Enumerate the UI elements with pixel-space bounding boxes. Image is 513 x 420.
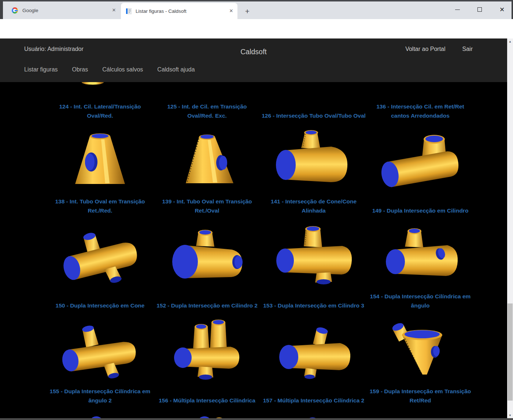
figure-link-150[interactable]: 150 - Dupla Intersecção em Cone <box>48 292 152 310</box>
figure-item-136: 136 - Intersecção Cil. em Ret/Ret cantos… <box>368 102 472 192</box>
figure-image-152[interactable] <box>155 318 259 382</box>
figure-label: 139 - Int. Tubo Oval em Transição Ret./O… <box>155 197 259 215</box>
figure-link-153[interactable]: 153 - Dupla Intersecção em Cilindro 3 <box>262 292 366 310</box>
figure-label: 150 - Dupla Intersecção em Cone <box>56 301 145 310</box>
figure-label: 154 - Dupla Intersecção Cilíndrica em ân… <box>368 292 472 310</box>
figure-item-156: 156 - Múltipla Intersecção Cilíndrica <box>155 387 259 418</box>
figure-link-152[interactable]: 152 - Dupla Intersecção em Cilindro 2 <box>155 292 259 310</box>
tab-strip: Google ✕ Listar figuras - Caldsoft ✕ + ✕ <box>0 0 513 19</box>
header-links: Voltar ao Portal Sair <box>405 46 473 52</box>
figure-label: 141 - Intersecção de Cone/Cone Alinhada <box>262 197 366 215</box>
figure-image-150[interactable] <box>48 318 152 382</box>
window-frame-top <box>0 0 513 1</box>
site-header: Usuário: Administrador Caldsoft Voltar a… <box>0 38 507 82</box>
tab-google[interactable]: Google ✕ <box>8 4 117 16</box>
tab-close-icon[interactable]: ✕ <box>111 7 117 14</box>
figure-label: 152 - Dupla Intersecção em Cilindro 2 <box>156 301 258 310</box>
window-frame-right <box>512 0 513 19</box>
figure-item-150: 150 - Dupla Intersecção em Cone <box>48 292 152 382</box>
figure-image-136[interactable] <box>368 128 472 192</box>
figure-link-124[interactable]: 124 - Int. Cil. Lateral/Transição Oval/R… <box>48 102 152 120</box>
window-minimize-button[interactable] <box>449 4 466 15</box>
figure-label: 136 - Intersecção Cil. em Ret/Ret cantos… <box>368 102 472 120</box>
window-frame-bottom <box>0 418 513 420</box>
scrollbar-thumb[interactable] <box>508 303 513 401</box>
figure-grid: 124 - Int. Cil. Lateral/Transição Oval/R… <box>0 82 507 418</box>
figure-link-125[interactable]: 125 - Int. de Cil. em Transição Oval/Red… <box>155 102 259 120</box>
figure-item-126: 126 - Intersecção Tubo Oval/Tubo Oval <box>262 102 366 192</box>
window-frame-left <box>0 0 3 19</box>
figure-image-157[interactable] <box>262 413 366 418</box>
figure-link-156[interactable]: 156 - Múltipla Intersecção Cilíndrica <box>155 387 259 405</box>
figure-item-125: 125 - Int. de Cil. em Transição Oval/Red… <box>155 102 259 192</box>
figure-image-125[interactable] <box>155 128 259 192</box>
portal-link[interactable]: Voltar ao Portal <box>405 46 445 52</box>
tab-title: Listar figuras - Caldsoft <box>136 8 228 14</box>
figure-item-157: 157 - Múltipla Intersecção Cilíndrica 2 <box>262 387 366 418</box>
figure-image-153[interactable] <box>262 318 366 382</box>
figure-image-126[interactable] <box>262 128 366 192</box>
browser-window: Google ✕ Listar figuras - Caldsoft ✕ + ✕… <box>0 0 513 420</box>
figure-label: 159 - Dupla Intersecção em Transição Ret… <box>368 387 472 405</box>
figure-item-154: 154 - Dupla Intersecção Cilíndrica em ân… <box>368 292 472 382</box>
nav-caldsoft-ajuda[interactable]: Caldsoft ajuda <box>157 66 195 73</box>
figure-item-124: 124 - Int. Cil. Lateral/Transição Oval/R… <box>48 102 152 192</box>
figure-image-138[interactable] <box>48 223 152 287</box>
figure-link-159[interactable]: 159 - Dupla Intersecção em Transição Ret… <box>368 387 472 405</box>
figure-item-153: 153 - Dupla Intersecção em Cilindro 3 <box>262 292 366 382</box>
figure-item-149: 149 - Dupla Intersecção em Cilindro <box>368 197 472 287</box>
figure-link-155[interactable]: 155 - Dupla Intersecção Cilíndrica em ân… <box>48 387 152 405</box>
nav-listar-figuras[interactable]: Listar figuras <box>24 66 58 73</box>
figure-label: 124 - Int. Cil. Lateral/Transição Oval/R… <box>48 102 152 120</box>
figure-item-159: 159 - Dupla Intersecção em Transição Ret… <box>368 387 472 405</box>
figure-link-136[interactable]: 136 - Intersecção Cil. em Ret/Ret cantos… <box>368 102 472 120</box>
figure-label: 126 - Intersecção Tubo Oval/Tubo Oval <box>262 111 366 120</box>
figure-label: 157 - Múltipla Intersecção Cilíndrica 2 <box>263 396 365 405</box>
nav-obras[interactable]: Obras <box>72 66 88 73</box>
figure-partial-top[interactable] <box>82 82 104 85</box>
new-tab-button[interactable]: + <box>242 7 253 17</box>
figure-link-141[interactable]: 141 - Intersecção de Cone/Cone Alinhada <box>262 197 366 215</box>
figure-image-154[interactable] <box>368 318 472 382</box>
figure-item-139: 139 - Int. Tubo Oval em Transição Ret./O… <box>155 197 259 287</box>
figure-label: 138 - Int. Tubo Oval em Transição Ret./R… <box>48 197 152 215</box>
figure-link-149[interactable]: 149 - Dupla Intersecção em Cilindro <box>368 197 472 215</box>
tab-listar-figuras[interactable]: Listar figuras - Caldsoft ✕ <box>121 3 237 19</box>
tab-close-icon[interactable]: ✕ <box>228 8 235 14</box>
figure-image-141[interactable] <box>262 223 366 287</box>
figure-label: 155 - Dupla Intersecção Cilíndrica em ân… <box>48 387 152 405</box>
logout-link[interactable]: Sair <box>462 46 473 52</box>
figure-label: 156 - Múltipla Intersecção Cilíndrica <box>159 396 255 405</box>
figure-image-156[interactable] <box>155 413 259 418</box>
figure-image-155[interactable] <box>48 413 152 418</box>
browser-toolbar: ← → ⟳ calculo.info/Caldsoft/Fig ☆ C ⋮ <box>0 19 513 38</box>
figure-link-154[interactable]: 154 - Dupla Intersecção Cilíndrica em ân… <box>368 292 472 310</box>
figure-item-155: 155 - Dupla Intersecção Cilíndrica em ân… <box>48 387 152 418</box>
vertical-scrollbar[interactable]: ▲ ▼ <box>507 38 513 418</box>
figure-label: 125 - Int. de Cil. em Transição Oval/Red… <box>155 102 259 120</box>
google-favicon-icon <box>12 7 18 14</box>
figure-item-141: 141 - Intersecção de Cone/Cone Alinhada <box>262 197 366 287</box>
scroll-up-icon[interactable]: ▲ <box>507 38 513 44</box>
figure-item-138: 138 - Int. Tubo Oval em Transição Ret./R… <box>48 197 152 287</box>
figure-link-126[interactable]: 126 - Intersecção Tubo Oval/Tubo Oval <box>262 102 366 120</box>
tab-title: Google <box>22 8 111 13</box>
figure-link-157[interactable]: 157 - Múltipla Intersecção Cilíndrica 2 <box>262 387 366 405</box>
nav-calculos-salvos[interactable]: Cálculos salvos <box>102 66 143 73</box>
scroll-down-icon[interactable]: ▼ <box>507 412 513 418</box>
figure-label: 153 - Dupla Intersecção em Cilindro 3 <box>263 301 364 310</box>
figure-item-152: 152 - Dupla Intersecção em Cilindro 2 <box>155 292 259 382</box>
figure-image-139[interactable] <box>155 223 259 287</box>
main-nav: Listar figuras Obras Cálculos salvos Cal… <box>24 66 195 73</box>
figure-link-139[interactable]: 139 - Int. Tubo Oval em Transição Ret./O… <box>155 197 259 215</box>
figure-image-124[interactable] <box>48 128 152 192</box>
document-favicon-icon <box>126 8 132 14</box>
figure-image-149[interactable] <box>368 223 472 287</box>
window-maximize-button[interactable] <box>471 4 488 15</box>
window-close-button[interactable]: ✕ <box>494 4 510 15</box>
figure-link-138[interactable]: 138 - Int. Tubo Oval em Transição Ret./R… <box>48 197 152 215</box>
figure-label: 149 - Dupla Intersecção em Cilindro <box>372 206 469 215</box>
